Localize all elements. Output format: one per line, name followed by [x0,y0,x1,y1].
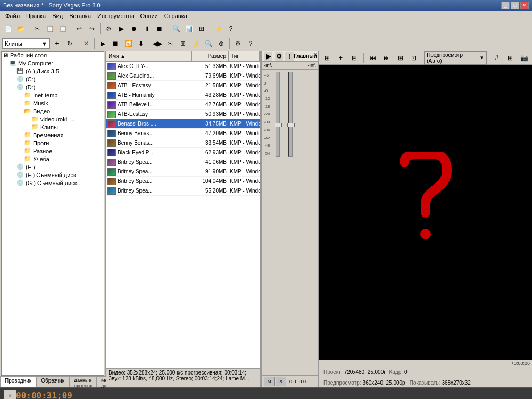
preview-tb-btn9[interactable]: 📷 [518,52,530,64]
tb-btn13[interactable]: ? [225,23,237,35]
new-button[interactable]: 📄 [2,23,14,35]
fader-right-handle[interactable] [287,123,295,127]
preview-tb-btn7[interactable]: ⊡ [408,52,420,64]
undo-button[interactable]: ↩ [73,23,85,35]
tree-item-raznoe[interactable]: 📁 Разное [2,147,104,155]
tree-item-fdrive[interactable]: 💿 (F:) Съемный диск [2,171,104,179]
fader-left-handle[interactable] [275,123,282,127]
file-list[interactable]: Alex C. ft Y-... 51.33MB KMP - Windo Ale… [106,62,260,368]
menu-file[interactable]: Файл [2,12,23,20]
tb2-btn1[interactable]: ◀▶ [152,38,163,49]
delete-button[interactable]: ✕ [80,38,92,49]
tb2-btn8[interactable]: ? [245,38,256,49]
file-row-3[interactable]: ATB - Humanity 43.28MB KMP - Windo [106,90,260,100]
mixer-solo-btn[interactable]: S [276,377,286,386]
menu-edit[interactable]: Правка [23,12,49,20]
file-row-12[interactable]: Britney Spea... 104.04MB KMP - Windo [106,177,260,186]
minimize-button[interactable]: _ [501,2,510,9]
tb2-btn3[interactable]: ⊞ [177,38,189,49]
preview-tb-btn2[interactable]: + [335,52,347,64]
tb-btn10[interactable]: 📊 [183,23,195,35]
add-to-timeline[interactable]: ⬇ [135,38,147,49]
col-size[interactable]: Размер [192,51,229,61]
redo-button[interactable]: ↪ [86,23,98,35]
tree-item-videouroki[interactable]: 📁 videouroki_... [2,115,104,123]
menu-options[interactable]: Опции [137,12,161,20]
tb-btn9[interactable]: 🔍 [170,23,182,35]
tb-btn7[interactable]: ⏸ [141,23,153,35]
preview-tb-btn5[interactable]: ⏭ [381,52,393,64]
tb-btn5[interactable]: ▶ [115,23,127,35]
tb-btn11[interactable]: ⊞ [196,23,207,35]
mixer-info-btn[interactable]: ! [285,52,294,61]
file-row-10[interactable]: Britney Spea... 41.06MB KMP - Windo [106,157,260,167]
tab-explorer[interactable]: Проводник [0,376,36,387]
loop-btn[interactable]: 🔁 [122,38,134,49]
menu-insert[interactable]: Вставка [66,12,94,20]
stop-btn[interactable]: ⏹ [110,38,121,49]
open-button[interactable]: 📂 [15,23,27,35]
tree-item-inettemp[interactable]: 📁 Inet-temp [2,91,104,99]
tree-item-desktop[interactable]: 🖥 Рабочий стол [2,52,104,59]
menu-help[interactable]: Справка [161,12,190,20]
tree-item-cdrive[interactable]: 💿 (C:) [2,75,104,83]
menu-view[interactable]: Вид [49,12,66,20]
file-row-8[interactable]: Benny Benas... 33.54MB KMP - Windo [106,138,260,148]
file-row-11[interactable]: Britney Spea... 91.90MB KMP - Windo [106,167,260,177]
tree-item-vremennaya[interactable]: 📁 Временная [2,131,104,139]
preview-mode-dropdown[interactable]: Предпросмотр (Авто) ▼ [424,51,486,65]
file-row-13[interactable]: Britney Spea... 55.20MB KMP - Windo [106,186,260,196]
file-row-4[interactable]: ATB-Believe i... 42.76MB KMP - Windo [106,100,260,110]
file-row-7[interactable]: Benny Benas... 47.20MB KMP - Windo [106,129,260,138]
tab-project-data[interactable]: Данные проекта [69,376,96,387]
preview-tb-btn8[interactable]: ⊞ [505,52,517,64]
tb2-btn4[interactable]: ⚡ [190,38,202,49]
preview-tb-btn1[interactable]: ⊞ [321,52,333,64]
tree-item-progi[interactable]: 📁 Проги [2,139,104,147]
preview-tb-btn3[interactable]: ⊟ [348,52,360,64]
file-row-6[interactable]: Benassi Bros .... 34.75MB KMP - Windo [106,119,260,129]
tree-item-musik[interactable]: 📁 Musik [2,99,104,107]
play-btn[interactable]: ▶ [97,38,109,49]
tb-btn12[interactable]: ⚡ [212,23,224,35]
tree-item-ucheba[interactable]: 📁 Учеба [2,155,104,163]
col-type[interactable]: Тип [229,51,260,61]
mixer-play-btn[interactable]: ▶ [264,52,272,61]
file-row-5[interactable]: ATB-Ecstasy 50.93MB KMP - Windo [106,110,260,119]
cut-button[interactable]: ✂ [31,23,43,35]
timeline-menu-btn[interactable]: ≡ [4,390,16,400]
file-row-1[interactable]: Alex Gaudino... 79.69MB KMP - Windo [106,71,260,81]
menu-tools[interactable]: Инструменты [94,12,137,20]
tb2-btn6[interactable]: ⊕ [215,38,227,49]
tb2-btn7[interactable]: ⚙ [232,38,244,49]
col-name[interactable]: Имя ▲ [106,51,192,61]
close-button[interactable]: ✕ [520,2,529,9]
file-row-0[interactable]: Alex C. ft Y-... 51.33MB KMP - Windo [106,62,260,71]
mixer-mute-btn[interactable]: M [264,377,275,386]
tree-item-video[interactable]: 📂 Видео [2,107,104,115]
file-row-9[interactable]: Black Eyed P... 62.93MB KMP - Windo [106,148,260,157]
tb2-btn2[interactable]: ✂ [164,38,176,49]
refresh-button[interactable]: ↻ [64,38,76,49]
tree-item-mycomputer[interactable]: 💻 My Computer [2,59,104,67]
maximize-button[interactable]: □ [511,2,519,9]
tree-item-adisk[interactable]: 💾 (А:) Диск 3,5 [2,67,104,75]
fader-left-track[interactable] [276,72,280,157]
file-tree[interactable]: 🖥 Рабочий стол 💻 My Computer 💾 (А:) Диск… [1,51,104,376]
preview-tb-btn6[interactable]: ⊞ [395,52,406,64]
tb2-btn5[interactable]: 🔍 [203,38,214,49]
tree-item-edrive[interactable]: 💿 (E:) [2,163,104,171]
tree-item-ddrive[interactable]: 💿 (D:) [2,83,104,91]
mixer-settings-btn[interactable]: ⚙ [275,52,283,61]
clips-dropdown-toolbar[interactable]: Клипы ▼ [2,38,50,49]
tb-btn6[interactable]: ⏺ [128,23,140,35]
render-button[interactable]: ⚙ [103,23,114,35]
preview-tb-grid[interactable]: # [491,52,503,64]
fader-right-track[interactable] [288,72,293,157]
paste-button[interactable]: 📋 [57,23,69,35]
add-clip-button[interactable]: + [51,38,63,49]
tree-item-gdrive[interactable]: 💿 (G:) Съемный диск... [2,179,104,187]
file-row-2[interactable]: ATB - Ecstasy 21.58MB KMP - Windo [106,81,260,90]
copy-button[interactable]: 📋 [44,23,56,35]
preview-tb-btn4[interactable]: ⏮ [367,52,379,64]
